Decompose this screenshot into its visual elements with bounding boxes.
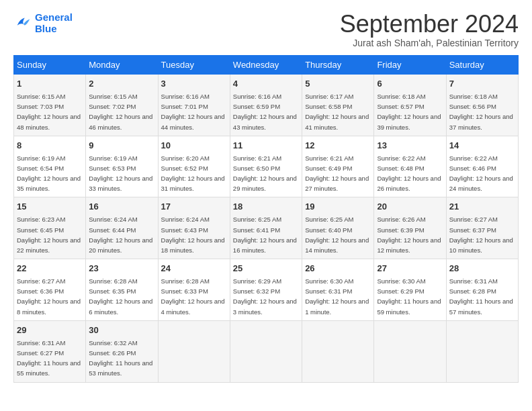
col-header-saturday: Saturday — [446, 56, 518, 75]
day-number: 25 — [233, 263, 299, 275]
col-header-wednesday: Wednesday — [230, 56, 302, 75]
day-number: 14 — [449, 140, 515, 152]
day-cell: 28Sunrise: 6:31 AMSunset: 6:28 PMDayligh… — [446, 259, 518, 321]
day-info: Sunrise: 6:27 AMSunset: 6:37 PMDaylight:… — [449, 216, 513, 254]
week-row-1: 1Sunrise: 6:15 AMSunset: 7:03 PMDaylight… — [14, 75, 519, 136]
day-number: 9 — [89, 140, 154, 152]
day-info: Sunrise: 6:25 AMSunset: 6:41 PMDaylight:… — [233, 216, 297, 254]
day-info: Sunrise: 6:20 AMSunset: 6:52 PMDaylight:… — [161, 154, 225, 193]
day-number: 16 — [89, 201, 154, 214]
week-row-5: 29Sunrise: 6:31 AMSunset: 6:27 PMDayligh… — [14, 320, 519, 382]
day-cell: 12Sunrise: 6:21 AMSunset: 6:49 PMDayligh… — [302, 136, 374, 197]
day-number: 3 — [161, 78, 227, 91]
day-info: Sunrise: 6:19 AMSunset: 6:53 PMDaylight:… — [89, 154, 152, 193]
day-info: Sunrise: 6:31 AMSunset: 6:27 PMDaylight:… — [17, 339, 81, 377]
day-cell: 9Sunrise: 6:19 AMSunset: 6:53 PMDaylight… — [86, 136, 158, 197]
day-cell: 19Sunrise: 6:25 AMSunset: 6:40 PMDayligh… — [302, 197, 374, 259]
title-area: September 2024 Jurat ash Sham'ah, Palest… — [340, 12, 519, 48]
subtitle: Jurat ash Sham'ah, Palestinian Territory — [340, 38, 519, 48]
day-info: Sunrise: 6:25 AMSunset: 6:40 PMDaylight:… — [305, 216, 369, 254]
day-info: Sunrise: 6:18 AMSunset: 6:57 PMDaylight:… — [377, 93, 441, 131]
day-number: 13 — [377, 140, 443, 152]
col-header-friday: Friday — [374, 56, 446, 75]
day-info: Sunrise: 6:18 AMSunset: 6:56 PMDaylight:… — [449, 93, 513, 131]
day-cell: 26Sunrise: 6:30 AMSunset: 6:31 PMDayligh… — [302, 259, 374, 321]
day-cell: 1Sunrise: 6:15 AMSunset: 7:03 PMDaylight… — [14, 75, 86, 136]
day-info: Sunrise: 6:28 AMSunset: 6:35 PMDaylight:… — [89, 277, 152, 316]
day-info: Sunrise: 6:15 AMSunset: 7:02 PMDaylight:… — [89, 93, 152, 131]
day-number: 6 — [377, 78, 443, 91]
day-number: 2 — [89, 78, 154, 91]
day-cell: 6Sunrise: 6:18 AMSunset: 6:57 PMDaylight… — [374, 75, 446, 136]
day-cell — [230, 320, 302, 382]
day-info: Sunrise: 6:16 AMSunset: 7:01 PMDaylight:… — [161, 93, 225, 131]
week-row-2: 8Sunrise: 6:19 AMSunset: 6:54 PMDaylight… — [14, 136, 519, 197]
day-number: 10 — [161, 140, 227, 152]
header-row: SundayMondayTuesdayWednesdayThursdayFrid… — [14, 56, 519, 75]
day-info: Sunrise: 6:17 AMSunset: 6:58 PMDaylight:… — [305, 93, 369, 131]
day-cell: 25Sunrise: 6:29 AMSunset: 6:32 PMDayligh… — [230, 259, 302, 321]
day-number: 29 — [17, 324, 83, 337]
day-cell: 15Sunrise: 6:23 AMSunset: 6:45 PMDayligh… — [14, 197, 86, 259]
day-number: 11 — [233, 140, 299, 152]
day-info: Sunrise: 6:15 AMSunset: 7:03 PMDaylight:… — [17, 93, 81, 131]
day-cell: 8Sunrise: 6:19 AMSunset: 6:54 PMDaylight… — [14, 136, 86, 197]
day-cell — [302, 320, 374, 382]
day-number: 28 — [449, 263, 515, 275]
day-info: Sunrise: 6:23 AMSunset: 6:45 PMDaylight:… — [17, 216, 81, 254]
day-cell: 5Sunrise: 6:17 AMSunset: 6:58 PMDaylight… — [302, 75, 374, 136]
day-info: Sunrise: 6:27 AMSunset: 6:36 PMDaylight:… — [17, 277, 81, 316]
day-number: 26 — [305, 263, 371, 275]
day-cell: 13Sunrise: 6:22 AMSunset: 6:48 PMDayligh… — [374, 136, 446, 197]
day-info: Sunrise: 6:29 AMSunset: 6:32 PMDaylight:… — [233, 277, 297, 316]
day-cell: 10Sunrise: 6:20 AMSunset: 6:52 PMDayligh… — [158, 136, 230, 197]
week-row-3: 15Sunrise: 6:23 AMSunset: 6:45 PMDayligh… — [14, 197, 519, 259]
day-info: Sunrise: 6:21 AMSunset: 6:50 PMDaylight:… — [233, 154, 297, 193]
page-container: General Blue September 2024 Jurat ash Sh… — [0, 0, 532, 390]
week-row-4: 22Sunrise: 6:27 AMSunset: 6:36 PMDayligh… — [14, 259, 519, 321]
day-number: 12 — [305, 140, 371, 152]
day-cell: 30Sunrise: 6:32 AMSunset: 6:26 PMDayligh… — [86, 320, 158, 382]
day-number: 19 — [305, 201, 371, 214]
day-cell: 16Sunrise: 6:24 AMSunset: 6:44 PMDayligh… — [86, 197, 158, 259]
day-info: Sunrise: 6:30 AMSunset: 6:29 PMDaylight:… — [377, 277, 441, 316]
day-cell: 7Sunrise: 6:18 AMSunset: 6:56 PMDaylight… — [446, 75, 518, 136]
day-cell: 22Sunrise: 6:27 AMSunset: 6:36 PMDayligh… — [14, 259, 86, 321]
day-number: 1 — [17, 78, 83, 91]
day-number: 22 — [17, 263, 83, 275]
day-info: Sunrise: 6:31 AMSunset: 6:28 PMDaylight:… — [449, 277, 513, 316]
header-area: General Blue September 2024 Jurat ash Sh… — [13, 12, 519, 48]
logo: General Blue — [13, 12, 73, 34]
month-title: September 2024 — [340, 12, 519, 36]
day-cell: 18Sunrise: 6:25 AMSunset: 6:41 PMDayligh… — [230, 197, 302, 259]
day-cell: 11Sunrise: 6:21 AMSunset: 6:50 PMDayligh… — [230, 136, 302, 197]
logo-text: General Blue — [35, 12, 73, 34]
day-number: 8 — [17, 140, 83, 152]
day-info: Sunrise: 6:26 AMSunset: 6:39 PMDaylight:… — [377, 216, 441, 254]
day-cell: 17Sunrise: 6:24 AMSunset: 6:43 PMDayligh… — [158, 197, 230, 259]
col-header-tuesday: Tuesday — [158, 56, 230, 75]
day-cell — [158, 320, 230, 382]
day-info: Sunrise: 6:22 AMSunset: 6:48 PMDaylight:… — [377, 154, 441, 193]
col-header-sunday: Sunday — [14, 56, 86, 75]
day-number: 5 — [305, 78, 371, 91]
day-info: Sunrise: 6:22 AMSunset: 6:46 PMDaylight:… — [449, 154, 513, 193]
day-number: 15 — [17, 201, 83, 214]
day-info: Sunrise: 6:30 AMSunset: 6:31 PMDaylight:… — [305, 277, 369, 316]
logo-bird-icon — [13, 14, 32, 33]
col-header-thursday: Thursday — [302, 56, 374, 75]
day-cell: 23Sunrise: 6:28 AMSunset: 6:35 PMDayligh… — [86, 259, 158, 321]
day-info: Sunrise: 6:32 AMSunset: 6:26 PMDaylight:… — [89, 339, 152, 377]
day-info: Sunrise: 6:16 AMSunset: 6:59 PMDaylight:… — [233, 93, 297, 131]
day-cell: 27Sunrise: 6:30 AMSunset: 6:29 PMDayligh… — [374, 259, 446, 321]
day-number: 20 — [377, 201, 443, 214]
day-cell: 2Sunrise: 6:15 AMSunset: 7:02 PMDaylight… — [86, 75, 158, 136]
day-info: Sunrise: 6:28 AMSunset: 6:33 PMDaylight:… — [161, 277, 225, 316]
day-cell — [374, 320, 446, 382]
day-info: Sunrise: 6:19 AMSunset: 6:54 PMDaylight:… — [17, 154, 81, 193]
day-cell: 24Sunrise: 6:28 AMSunset: 6:33 PMDayligh… — [158, 259, 230, 321]
day-number: 24 — [161, 263, 227, 275]
day-cell: 4Sunrise: 6:16 AMSunset: 6:59 PMDaylight… — [230, 75, 302, 136]
day-info: Sunrise: 6:24 AMSunset: 6:43 PMDaylight:… — [161, 216, 225, 254]
day-info: Sunrise: 6:21 AMSunset: 6:49 PMDaylight:… — [305, 154, 369, 193]
